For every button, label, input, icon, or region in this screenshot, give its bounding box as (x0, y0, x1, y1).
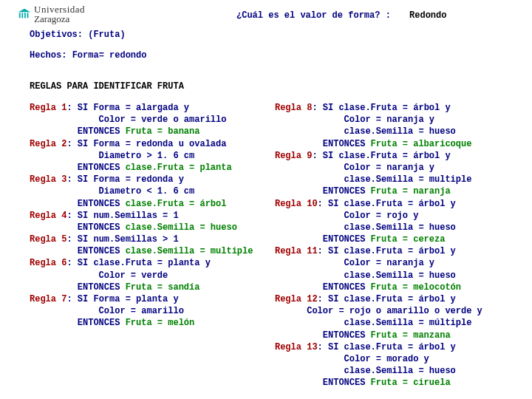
rule-conclusion: ENTONCES Fruta = naranja (275, 185, 510, 197)
rule-block: Regla 3: SI Forma = redonda y Diametro <… (30, 174, 272, 210)
objetivos-line: Objetivos: (Fruta) (30, 30, 510, 40)
rules-title: REGLAS PARA IDENTIFICAR FRUTA (30, 81, 510, 92)
rule-line: Diametro < 1. 6 cm (30, 185, 272, 197)
svg-rect-2 (24, 13, 26, 18)
rule-block: Regla 11: SI clase.Fruta = árbol y Color… (275, 245, 510, 293)
rule-block: Regla 9: SI clase.Fruta = árbol y Color … (275, 150, 510, 198)
university-logo-icon (18, 7, 31, 21)
rule-block: Regla 2: SI Forma = redonda u ovalada Di… (30, 138, 272, 174)
rule-line: Regla 12: SI clase.Fruta = árbol y (275, 293, 510, 305)
rule-line: Regla 5: SI num.Semillas > 1 (30, 233, 272, 245)
rule-conclusion: ENTONCES Fruta = ciruela (275, 377, 510, 389)
rule-block: Regla 4: SI num.Semillas = 1 ENTONCES cl… (30, 210, 272, 233)
rules-right-column: Regla 8: SI clase.Fruta = árbol y Color … (275, 102, 510, 389)
rule-block: Regla 13: SI clase.Fruta = árbol y Color… (275, 341, 510, 389)
rule-conclusion: ENTONCES Fruta = albaricoque (275, 138, 510, 150)
rule-block: Regla 10: SI clase.Fruta = árbol y Color… (275, 198, 510, 246)
rule-line: Color = morado y (275, 353, 510, 365)
svg-rect-0 (19, 13, 21, 18)
rule-line: clase.Semilla = múltiple (275, 317, 510, 329)
rule-conclusion: ENTONCES Fruta = sandía (30, 282, 272, 293)
svg-rect-3 (27, 13, 29, 18)
rule-line: clase.Semilla = hueso (275, 365, 510, 377)
rule-line: Regla 9: SI clase.Fruta = árbol y (275, 150, 510, 162)
svg-rect-1 (21, 13, 23, 18)
rule-line: Color = naranja y (275, 114, 510, 126)
rule-conclusion: ENTONCES Fruta = melón (30, 317, 272, 329)
rule-line: clase.Semilla = hueso (275, 222, 510, 233)
rule-line: Regla 8: SI clase.Fruta = árbol y (275, 102, 510, 114)
rule-conclusion: ENTONCES Fruta = banana (30, 126, 272, 137)
rule-block: Regla 7: SI Forma = planta y Color = ama… (30, 293, 272, 330)
rule-conclusion: ENTONCES Fruta = cereza (275, 233, 510, 245)
rules-left-column: Regla 1: SI Forma = alargada y Color = v… (30, 102, 272, 389)
hechos-value: Forma= redondo (72, 50, 147, 61)
rule-line: Color = rojo o amarillo o verde y (275, 305, 510, 317)
rule-line: clase.Semilla = multiple (275, 174, 510, 185)
question-line: ¿Cuál es el valor de forma? : Redondo (236, 10, 446, 21)
rule-line: Color = amarillo (30, 305, 272, 317)
objetivos-label: Objetivos: (30, 30, 83, 40)
hechos-label: Hechos: (30, 50, 66, 61)
rules-columns: Regla 1: SI Forma = alargada y Color = v… (30, 102, 510, 389)
rule-line: Color = verde o amarillo (30, 114, 272, 126)
rule-line: Diametro > 1. 6 cm (30, 150, 272, 162)
logo-line2: Zaragoza (34, 14, 85, 24)
rule-line: Regla 6: SI clase.Fruta = planta y (30, 257, 272, 269)
rule-conclusion: ENTONCES Fruta = melocotón (275, 282, 510, 293)
rule-block: Regla 8: SI clase.Fruta = árbol y Color … (275, 102, 510, 150)
rule-block: Regla 1: SI Forma = alargada y Color = v… (30, 102, 272, 138)
question-text: ¿Cuál es el valor de forma? : (236, 10, 391, 21)
rule-line: Regla 10: SI clase.Fruta = árbol y (275, 198, 510, 210)
rule-conclusion: ENTONCES Fruta = manzana (275, 330, 510, 341)
rule-block: Regla 5: SI num.Semillas > 1 ENTONCES cl… (30, 233, 272, 257)
rule-block: Regla 12: SI clase.Fruta = árbol y Color… (275, 293, 510, 341)
rule-line: Regla 1: SI Forma = alargada y (30, 102, 272, 114)
rule-conclusion: ENTONCES clase.Fruta = árbol (30, 198, 272, 210)
rule-line: Regla 4: SI num.Semillas = 1 (30, 210, 272, 222)
rule-line: Regla 3: SI Forma = redonda y (30, 174, 272, 185)
rule-line: clase.Semilla = hueso (275, 270, 510, 282)
rule-line: Color = naranja y (275, 162, 510, 174)
rule-line: Regla 2: SI Forma = redonda u ovalada (30, 138, 272, 150)
answer-text: Redondo (409, 10, 446, 21)
rule-block: Regla 6: SI clase.Fruta = planta y Color… (30, 257, 272, 293)
rule-conclusion: ENTONCES clase.Semilla = hueso (30, 222, 272, 233)
rule-line: Regla 7: SI Forma = planta y (30, 293, 272, 305)
objetivos-value: (Fruta) (88, 30, 125, 40)
rule-line: Color = verde (30, 270, 272, 282)
rule-line: Color = naranja y (275, 257, 510, 269)
rule-line: Regla 13: SI clase.Fruta = árbol y (275, 341, 510, 353)
rule-conclusion: ENTONCES clase.Semilla = multiple (30, 245, 272, 257)
university-logo-text: Universidad Zaragoza (34, 4, 85, 24)
rule-line: clase.Semilla = hueso (275, 126, 510, 137)
rule-line: Color = rojo y (275, 210, 510, 222)
rule-line: Regla 11: SI clase.Fruta = árbol y (275, 245, 510, 257)
rule-conclusion: ENTONCES clase.Fruta = planta (30, 162, 272, 174)
hechos-line: Hechos: Forma= redondo (30, 50, 510, 61)
